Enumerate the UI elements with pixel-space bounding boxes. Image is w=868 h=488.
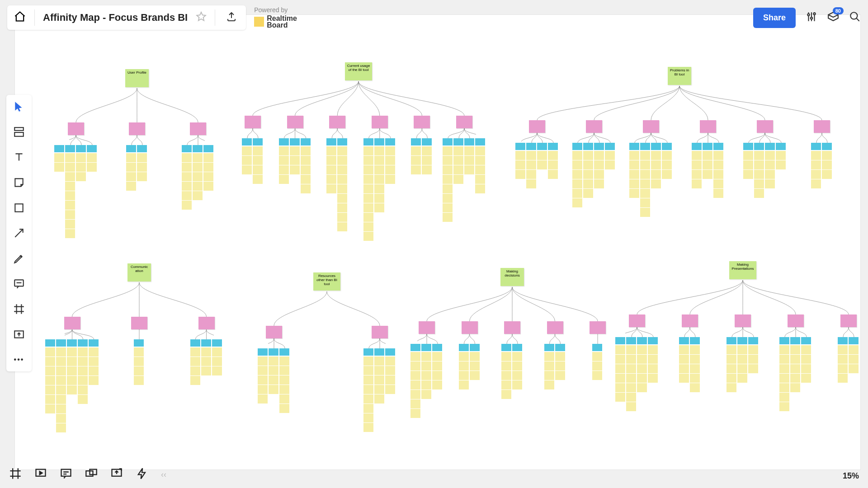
cluster-root-note[interactable]: User Profile (125, 69, 149, 87)
blue-note[interactable] (385, 138, 395, 145)
yellow-note[interactable] (269, 385, 278, 394)
yellow-note[interactable] (279, 165, 289, 174)
blue-note[interactable] (126, 145, 136, 152)
yellow-note[interactable] (637, 355, 647, 364)
yellow-note[interactable] (726, 364, 736, 373)
yellow-note[interactable] (374, 203, 384, 212)
blue-note[interactable] (572, 143, 582, 150)
yellow-note[interactable] (45, 404, 55, 413)
yellow-note[interactable] (89, 366, 99, 375)
yellow-note[interactable] (443, 213, 453, 222)
yellow-note[interactable] (78, 395, 88, 404)
blue-note[interactable] (182, 145, 192, 152)
mid-note[interactable] (190, 122, 206, 135)
yellow-note[interactable] (193, 191, 203, 200)
yellow-note[interactable] (65, 201, 75, 210)
blue-note[interactable] (592, 344, 602, 351)
yellow-note[interactable] (126, 153, 136, 162)
blue-note[interactable] (137, 145, 147, 152)
yellow-note[interactable] (65, 163, 75, 172)
yellow-note[interactable] (432, 380, 442, 389)
yellow-note[interactable] (453, 165, 463, 174)
yellow-note[interactable] (363, 146, 373, 155)
yellow-note[interactable] (679, 374, 689, 383)
yellow-note[interactable] (363, 203, 373, 212)
blue-note[interactable] (464, 138, 474, 145)
yellow-note[interactable] (253, 165, 263, 174)
yellow-note[interactable] (203, 182, 213, 191)
yellow-note[interactable] (78, 366, 88, 375)
mid-note[interactable] (462, 321, 478, 334)
yellow-note[interactable] (279, 375, 289, 385)
yellow-note[interactable] (137, 172, 147, 181)
blue-note[interactable] (640, 143, 650, 150)
yellow-note[interactable] (526, 160, 536, 169)
yellow-note[interactable] (838, 355, 848, 364)
yellow-note[interactable] (459, 361, 469, 371)
yellow-note[interactable] (374, 165, 384, 174)
yellow-note[interactable] (594, 151, 604, 160)
yellow-note[interactable] (572, 179, 582, 188)
yellow-note[interactable] (385, 366, 395, 375)
yellow-note[interactable] (269, 366, 278, 375)
cluster-root-note[interactable]: Making decisions (500, 268, 524, 286)
yellow-note[interactable] (87, 163, 97, 172)
yellow-note[interactable] (56, 414, 66, 423)
yellow-note[interactable] (790, 345, 800, 354)
yellow-note[interactable] (515, 170, 525, 179)
cluster-root-note[interactable]: Resources other than BI tool (313, 272, 340, 291)
yellow-note[interactable] (692, 151, 702, 160)
blue-note[interactable] (290, 138, 300, 145)
yellow-note[interactable] (56, 347, 66, 357)
yellow-note[interactable] (515, 151, 525, 160)
yellow-note[interactable] (337, 184, 347, 193)
text-tool[interactable] (12, 150, 26, 164)
yellow-note[interactable] (363, 156, 373, 165)
yellow-note[interactable] (662, 160, 672, 169)
yellow-note[interactable] (637, 345, 647, 354)
yellow-note[interactable] (126, 163, 136, 172)
yellow-note[interactable] (692, 179, 702, 188)
yellow-note[interactable] (501, 361, 511, 371)
yellow-note[interactable] (374, 194, 384, 203)
blue-note[interactable] (849, 337, 859, 344)
yellow-note[interactable] (512, 361, 522, 371)
upload-tool[interactable] (12, 327, 26, 342)
yellow-note[interactable] (432, 371, 442, 380)
yellow-note[interactable] (89, 347, 99, 357)
mid-note[interactable] (414, 116, 430, 128)
yellow-note[interactable] (411, 146, 421, 155)
yellow-note[interactable] (253, 146, 263, 155)
yellow-note[interactable] (572, 198, 582, 207)
mid-note[interactable] (68, 122, 84, 135)
yellow-note[interactable] (626, 345, 636, 354)
yellow-note[interactable] (743, 160, 753, 169)
yellow-note[interactable] (269, 375, 278, 385)
yellow-note[interactable] (849, 355, 859, 364)
yellow-note[interactable] (78, 385, 88, 394)
yellow-note[interactable] (790, 355, 800, 364)
yellow-note[interactable] (374, 394, 384, 404)
yellow-note[interactable] (626, 355, 636, 364)
yellow-note[interactable] (548, 151, 558, 160)
blue-note[interactable] (45, 339, 55, 347)
cluster[interactable]: Making Presentations (625, 261, 860, 419)
cluster[interactable]: Current usage of the BI tool (241, 62, 476, 221)
yellow-note[interactable] (475, 165, 485, 174)
blue-note[interactable] (459, 344, 469, 351)
yellow-note[interactable] (56, 423, 66, 432)
yellow-note[interactable] (605, 160, 615, 169)
yellow-note[interactable] (515, 160, 525, 169)
blue-note[interactable] (421, 344, 431, 351)
yellow-note[interactable] (615, 374, 625, 383)
yellow-note[interactable] (537, 160, 547, 169)
yellow-note[interactable] (544, 361, 554, 371)
yellow-note[interactable] (78, 357, 88, 366)
yellow-note[interactable] (421, 390, 431, 399)
yellow-note[interactable] (801, 364, 811, 373)
yellow-note[interactable] (776, 160, 786, 169)
yellow-note[interactable] (790, 364, 800, 373)
yellow-note[interactable] (363, 222, 373, 231)
blue-note[interactable] (453, 138, 463, 145)
yellow-note[interactable] (279, 156, 289, 165)
